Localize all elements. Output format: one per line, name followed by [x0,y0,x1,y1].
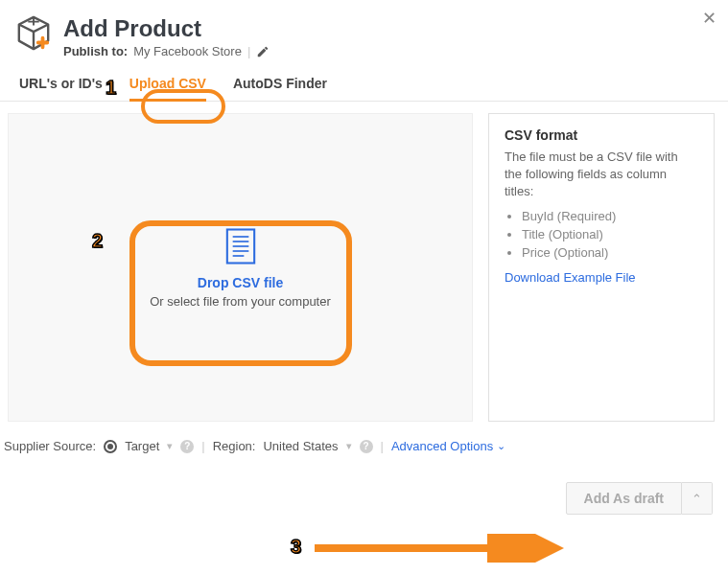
tab-urls-ids[interactable]: URL's or ID's [19,76,103,101]
actions-bar: Add As draft ⌃ [0,453,728,515]
region-value[interactable]: United States [263,439,338,453]
tab-autods-finder[interactable]: AutoDS Finder [233,76,327,101]
csv-format-heading: CSV format [505,127,698,143]
divider: | [381,439,384,453]
radio-selected-icon[interactable] [104,440,117,453]
publish-to-value: My Facebook Store [133,44,242,58]
region-label: Region: [213,439,256,453]
annotation-number-3: 3 [291,536,301,558]
advanced-options-label: Advanced Options [391,439,493,453]
dropzone-title: Drop CSV file [198,275,283,290]
supplier-source-label: Supplier Source: [4,439,96,453]
list-item: BuyId (Required) [522,209,698,223]
tabs: URL's or ID's Upload CSV AutoDS Finder [0,58,728,102]
edit-icon[interactable] [256,45,270,58]
help-icon[interactable]: ? [180,440,194,453]
annotation-arrow [307,534,575,563]
add-as-draft-dropdown[interactable]: ⌃ [682,482,713,515]
csv-format-panel: CSV format The file must be a CSV file w… [488,113,715,422]
close-icon: ✕ [702,9,716,28]
supplier-source-value[interactable]: Target [125,439,159,453]
close-button[interactable]: ✕ [702,8,716,29]
download-example-link[interactable]: Download Example File [505,270,636,285]
chevron-down-icon[interactable]: ▾ [346,440,352,452]
csv-dropzone[interactable]: Drop CSV file Or select file from your c… [130,196,351,338]
divider: | [247,44,250,58]
add-as-draft-button[interactable]: Add As draft [566,482,682,515]
page-title: Add Product [63,15,270,42]
csv-fields-list: BuyId (Required) Title (Optional) Price … [505,209,698,260]
chevron-down-icon: ⌄ [497,440,505,452]
csv-format-description: The file must be a CSV file with the fol… [505,149,698,201]
publish-to-label: Publish to: [63,44,128,58]
footer-options: Supplier Source: Target ▾ ? | Region: Un… [0,429,728,453]
dropzone-subtitle: Or select file from your computer [150,294,331,309]
help-icon[interactable]: ? [360,440,373,453]
advanced-options-link[interactable]: Advanced Options ⌄ [391,439,505,453]
chevron-down-icon[interactable]: ▾ [167,440,173,452]
main-content: Drop CSV file Or select file from your c… [0,102,728,429]
dropzone-panel: Drop CSV file Or select file from your c… [8,113,473,422]
tab-upload-csv[interactable]: Upload CSV [129,76,206,101]
product-box-logo [15,15,52,52]
list-item: Title (Optional) [522,227,698,242]
header: Add Product Publish to: My Facebook Stor… [0,0,728,58]
divider: | [201,439,204,453]
file-icon [223,227,258,265]
list-item: Price (Optional) [522,245,698,260]
chevron-up-icon: ⌃ [692,492,702,506]
